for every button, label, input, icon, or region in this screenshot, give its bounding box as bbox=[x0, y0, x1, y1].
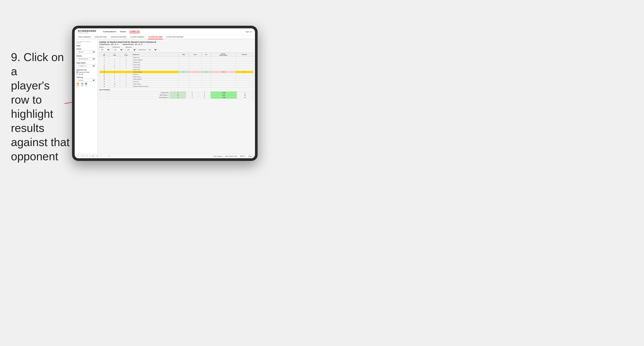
dot-up bbox=[85, 83, 87, 85]
main-content: Last Updated: 27/03/202416:55:28 Player … bbox=[75, 39, 255, 154]
player-label: Player bbox=[76, 45, 96, 46]
radio-top100: Top 100 bbox=[76, 73, 96, 75]
dot-up-label: Up bbox=[85, 85, 87, 86]
grid-row[interactable]: 522Alexis Sudjianto bbox=[100, 59, 253, 61]
col-reg: # Reg bbox=[109, 53, 120, 56]
copy-button[interactable]: ⧉ bbox=[92, 155, 94, 157]
back-button[interactable]: ↩ bbox=[86, 155, 88, 157]
save-custom-button[interactable]: Save Custom View bbox=[224, 155, 238, 157]
colour-by-label: Colour by bbox=[76, 77, 96, 78]
col-rounds: Rounds bbox=[236, 53, 253, 56]
sub-nav-team-h2h-grid[interactable]: TEAM H2H GRID bbox=[94, 35, 107, 39]
colour-by-select[interactable]: Win/loss bbox=[76, 79, 96, 82]
region-filter-group: Region (All) bbox=[99, 46, 110, 51]
dot-up-group: Up bbox=[85, 83, 87, 86]
sub-nav: TEAM SUMMARY TEAM H2H GRID TEAM H2H HEAT… bbox=[75, 35, 255, 39]
grid-row[interactable]: 613Sydney Kuo bbox=[100, 61, 253, 64]
conference-select[interactable]: (All) bbox=[112, 48, 123, 51]
sign-out-button[interactable]: Sign out bbox=[246, 31, 252, 33]
left-panel: Last Updated: 27/03/202416:55:28 Player … bbox=[75, 39, 98, 154]
gender-select[interactable]: Women's bbox=[76, 50, 96, 53]
player-rank-section: Player (Rank) 8. Katelyn Vo bbox=[76, 62, 96, 67]
grid-row[interactable]: 1474Eunice Yi bbox=[100, 73, 253, 76]
grid-row[interactable]: 31Esther Lee bbox=[100, 56, 253, 59]
sub-nav-team-h2h-heatmap[interactable]: TEAM H2H HEATMAP bbox=[110, 35, 127, 39]
refresh-button[interactable]: ⟳ bbox=[108, 155, 110, 157]
logo-sub: Powered by clippd bbox=[78, 32, 96, 33]
col-tie: Tie bbox=[202, 53, 211, 56]
division-record-label: Division Record: 331 - 34 - 6 bbox=[122, 44, 142, 45]
redo-button[interactable]: ↪ bbox=[81, 155, 84, 157]
radio-opponents-played-label: Opponents Played bbox=[78, 71, 89, 73]
grid-row[interactable]: 13Heejo Hyun bbox=[100, 68, 253, 71]
player-rank-select[interactable]: 8. Katelyn Vo bbox=[76, 64, 96, 67]
out-div-row[interactable]: Foreign Team1004.5002 bbox=[100, 92, 253, 94]
watch-button[interactable]: Watch ▾ bbox=[240, 155, 246, 157]
remove-button[interactable]: - bbox=[104, 155, 106, 157]
right-panel: Katelyn Vo Head-to-Head Grid for Women's… bbox=[98, 39, 255, 154]
share-button[interactable]: Share bbox=[248, 155, 253, 157]
gender-section: Gender Women's bbox=[76, 48, 96, 53]
dot-level-label: Level bbox=[81, 85, 84, 86]
player-rank-label: Player (Rank) bbox=[76, 62, 96, 64]
opponent-view-label: Opponent view bbox=[76, 69, 96, 71]
nav-bar: SCOREBOARD Powered by clippd TOURNAMENTS… bbox=[75, 28, 255, 35]
nav-link-tournaments[interactable]: TOURNAMENTS bbox=[102, 31, 116, 33]
grid-table: # Div # Reg # Conf Opponent Win Loss Tie… bbox=[99, 52, 253, 88]
filter-row: Region (All) Conference (All) Opponent bbox=[99, 46, 253, 51]
grid-row[interactable]: 1063Andrea York bbox=[100, 66, 253, 68]
bottom-toolbar: ↩ ↪ ↩ ⧉ ↺ + - ⟳ View: Original Save Cust… bbox=[75, 154, 255, 158]
sub-nav-team-summary[interactable]: TEAM SUMMARY bbox=[78, 35, 91, 39]
grid-row[interactable]: 1822Euna Lee bbox=[100, 80, 253, 83]
reset-button[interactable]: ↺ bbox=[96, 155, 99, 157]
annotation-text: 9. Click on a player's row to highlight … bbox=[11, 50, 70, 164]
dot-down bbox=[77, 83, 79, 85]
nav-link-committee[interactable]: COMMITTEE bbox=[130, 30, 140, 33]
opponents-label: Opponents: bbox=[138, 49, 146, 50]
dot-down-group: Down bbox=[76, 83, 80, 86]
tablet-screen: SCOREBOARD Powered by clippd TOURNAMENTS… bbox=[75, 28, 255, 158]
grid-row[interactable]: 1691Jessica Mason bbox=[100, 78, 253, 80]
dot-level-group: Level bbox=[81, 83, 84, 86]
out-of-div-table: Foreign Team1004.5002NAIA Division 11500… bbox=[99, 91, 253, 99]
nav-links: TOURNAMENTS TEAMS COMMITTEE bbox=[102, 30, 140, 33]
sub-nav-player-h2h-grid[interactable]: PLAYER H2H GRID bbox=[148, 35, 163, 39]
colour-dots: Down Level Up bbox=[76, 83, 96, 86]
conference-filter-group: Conference (All) bbox=[112, 46, 123, 51]
opponent-view-section: Opponent view Opponents Played Top 100 bbox=[76, 69, 96, 75]
player-section: Player bbox=[76, 45, 96, 46]
opponents-value-select[interactable]: (All) bbox=[147, 48, 158, 51]
grid-row[interactable]: 131Jessica Huang010-3.002 bbox=[100, 71, 253, 73]
grid-row[interactable]: 914Sharon Mun bbox=[100, 64, 253, 66]
record-row: Overall Record: 353 - 34 - 6 Division Re… bbox=[99, 44, 253, 45]
opponent-filter-label: Opponent bbox=[126, 46, 136, 48]
logo-text: SCOREBOARD bbox=[78, 30, 96, 32]
add-button[interactable]: + bbox=[100, 155, 102, 157]
col-opponent: Opponent bbox=[132, 53, 178, 56]
view-original-button[interactable]: View: Original bbox=[213, 155, 223, 157]
undo-button[interactable]: ↩ bbox=[77, 155, 80, 157]
tablet-frame: SCOREBOARD Powered by clippd TOURNAMENTS… bbox=[72, 26, 258, 161]
gender-label: Gender bbox=[76, 48, 96, 50]
division-select[interactable]: NCAA Division III bbox=[76, 57, 96, 60]
col-div: # Div bbox=[100, 53, 109, 56]
col-conf: # Conf bbox=[120, 53, 132, 56]
nav-link-teams[interactable]: TEAMS bbox=[120, 31, 126, 33]
radio-opponents-played: Opponents Played bbox=[76, 71, 96, 73]
conference-label: Conference bbox=[112, 46, 123, 48]
out-div-row[interactable]: NCAA Division 25007.40010 bbox=[100, 96, 253, 99]
region-select[interactable]: (All) bbox=[99, 48, 110, 51]
out-div-row[interactable]: NAIA Division 115009.26730 bbox=[100, 94, 253, 96]
overall-record-label: Overall Record: 353 - 34 - 6 bbox=[99, 44, 118, 45]
last-updated: Last Updated: 27/03/202416:55:28 bbox=[76, 41, 96, 44]
sub-nav-player-h2h-heatmap[interactable]: PLAYER H2H HEATMAP bbox=[166, 35, 184, 39]
grid-row[interactable]: 1585Stella Cheng bbox=[100, 76, 253, 78]
grid-row[interactable]: 20117Federica Domecq Lacroze bbox=[100, 85, 253, 88]
col-diff: Diff AvStrokes/Rnd bbox=[211, 53, 236, 56]
grid-row[interactable]: 19106Emily Chang bbox=[100, 83, 253, 85]
sub-nav-player-summary[interactable]: PLAYER SUMMARY bbox=[130, 35, 145, 39]
opponent-select[interactable]: (All) bbox=[126, 48, 136, 51]
grid-title: Katelyn Vo Head-to-Head Grid for Women's… bbox=[99, 41, 253, 43]
col-win: Win bbox=[178, 53, 189, 56]
col-loss: Loss bbox=[189, 53, 202, 56]
